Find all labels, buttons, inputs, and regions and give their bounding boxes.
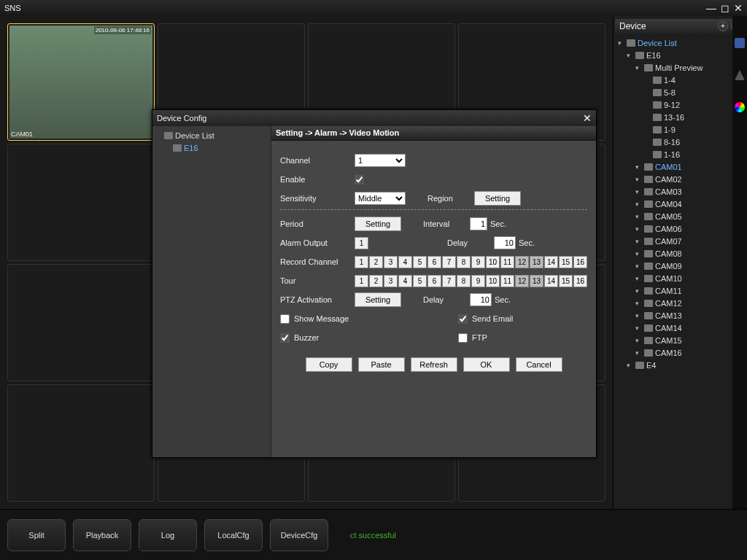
channel-toggle-1[interactable]: 1 [355, 256, 368, 268]
tree-cam[interactable]: ▾CAM11 [618, 284, 746, 297]
copy-button[interactable]: Copy [306, 357, 352, 372]
video-cell[interactable] [7, 264, 155, 381]
maximize-icon[interactable]: ◻ [721, 2, 729, 14]
dialog-close-icon[interactable]: ✕ [583, 112, 592, 124]
buzzer-checkbox[interactable] [280, 333, 290, 343]
paste-button[interactable]: Paste [358, 357, 405, 372]
region-setting-button[interactable]: Setting [474, 191, 521, 206]
node-icon [635, 52, 644, 59]
tree-cam[interactable]: ▾CAM01 [618, 160, 746, 173]
tree-range[interactable]: 1-16 [618, 148, 746, 160]
minimize-icon[interactable]: — [706, 2, 716, 14]
channel-toggle-10[interactable]: 10 [486, 256, 500, 268]
interval-input[interactable] [470, 217, 487, 230]
tree-cam[interactable]: ▾CAM10 [618, 272, 746, 284]
tree-cam[interactable]: ▾CAM08 [618, 247, 746, 260]
alarm-output-1[interactable]: 1 [355, 237, 368, 249]
close-icon[interactable]: ✕ [734, 2, 743, 14]
device-add-icon[interactable]: + [718, 21, 728, 31]
channel-toggle-12[interactable]: 12 [515, 256, 529, 268]
joystick-icon[interactable] [735, 70, 745, 80]
ftp-checkbox[interactable] [458, 333, 468, 343]
channel-toggle-3[interactable]: 3 [384, 256, 398, 268]
channel-toggle-2[interactable]: 2 [369, 275, 383, 287]
channel-toggle-11[interactable]: 11 [500, 256, 514, 268]
grid-icon[interactable] [735, 38, 745, 48]
period-setting-button[interactable]: Setting [355, 217, 401, 231]
tree-cam[interactable]: ▾CAM15 [618, 334, 746, 346]
channel-toggle-12[interactable]: 12 [515, 275, 529, 287]
tree-cam[interactable]: ▾CAM07 [618, 235, 746, 247]
channel-toggle-1[interactable]: 1 [355, 275, 368, 287]
tree-cam[interactable]: ▾CAM03 [618, 185, 746, 198]
tree-cam[interactable]: ▾CAM04 [618, 198, 746, 210]
playback-button[interactable]: Playback [73, 519, 131, 551]
tree-cam[interactable]: ▾CAM16 [618, 346, 746, 359]
channel-toggle-9[interactable]: 9 [471, 275, 485, 287]
tree-cam[interactable]: ▾CAM13 [618, 309, 746, 322]
localcfg-button[interactable]: LocalCfg [204, 519, 263, 551]
tree-cam[interactable]: ▾CAM12 [618, 297, 746, 309]
channel-toggle-5[interactable]: 5 [413, 275, 427, 287]
tree-multi-preview[interactable]: ▾Multi Preview [618, 61, 746, 74]
refresh-button[interactable]: Refresh [411, 357, 457, 372]
enable-checkbox[interactable] [355, 175, 364, 184]
channel-toggle-14[interactable]: 14 [544, 256, 558, 268]
channel-toggle-13[interactable]: 13 [530, 256, 543, 268]
ok-button[interactable]: OK [463, 357, 510, 372]
channel-toggle-13[interactable]: 13 [530, 275, 543, 287]
split-button[interactable]: Split [7, 519, 66, 551]
video-cell-1[interactable]: CAM01 2010-09-06 17:48:16 [7, 23, 155, 141]
dialog-tree-root[interactable]: Device List [155, 129, 268, 141]
channel-toggle-3[interactable]: 3 [384, 275, 398, 287]
channel-toggle-4[interactable]: 4 [398, 275, 412, 287]
tree-cam[interactable]: ▾CAM06 [618, 222, 746, 235]
channel-toggle-8[interactable]: 8 [457, 275, 471, 287]
channel-toggle-15[interactable]: 15 [559, 256, 573, 268]
channel-toggle-15[interactable]: 15 [559, 275, 573, 287]
video-cell[interactable] [7, 144, 155, 261]
tree-range[interactable]: 13-16 [618, 111, 746, 123]
channel-toggle-9[interactable]: 9 [471, 256, 485, 268]
tree-range[interactable]: 1-9 [618, 123, 746, 136]
devicecfg-button[interactable]: DeviceCfg [270, 519, 328, 551]
label-tour: Tour [280, 276, 355, 285]
delay2-input[interactable] [470, 293, 492, 306]
tree-range[interactable]: 8-16 [618, 136, 746, 148]
channel-toggle-11[interactable]: 11 [500, 275, 514, 287]
channel-toggle-2[interactable]: 2 [369, 256, 383, 268]
tree-device[interactable]: ▾E16 [618, 49, 746, 61]
tree-cam[interactable]: ▾CAM09 [618, 260, 746, 272]
video-cell[interactable] [7, 384, 155, 502]
log-button[interactable]: Log [139, 519, 197, 551]
channel-toggle-7[interactable]: 7 [442, 275, 456, 287]
tree-cam[interactable]: ▾CAM14 [618, 322, 746, 334]
channel-toggle-8[interactable]: 8 [457, 256, 471, 268]
channel-toggle-10[interactable]: 10 [486, 275, 500, 287]
palette-icon[interactable] [735, 102, 745, 112]
channel-toggle-16[interactable]: 16 [573, 275, 587, 287]
channel-toggle-6[interactable]: 6 [427, 275, 441, 287]
send-email-checkbox[interactable] [458, 314, 468, 324]
ptz-setting-button[interactable]: Setting [355, 292, 401, 307]
tree-root[interactable]: ▾Device List [618, 36, 746, 49]
channel-toggle-16[interactable]: 16 [573, 256, 587, 268]
cancel-button[interactable]: Cancel [516, 357, 562, 372]
tree-cam[interactable]: ▾CAM02 [618, 173, 746, 185]
show-message-checkbox[interactable] [280, 314, 290, 324]
tree-range[interactable]: 5-8 [618, 86, 746, 98]
sensitivity-select[interactable]: Middle [355, 192, 406, 205]
channel-toggle-14[interactable]: 14 [544, 275, 558, 287]
tree-range[interactable]: 9-12 [618, 98, 746, 111]
delay1-input[interactable] [494, 236, 516, 249]
channel-toggle-7[interactable]: 7 [442, 256, 456, 268]
dialog-tree-device[interactable]: E16 [155, 141, 268, 154]
dialog-titlebar[interactable]: Device Config ✕ [152, 110, 596, 126]
channel-toggle-4[interactable]: 4 [398, 256, 412, 268]
tree-device[interactable]: ▾E4 [618, 359, 746, 371]
channel-toggle-6[interactable]: 6 [427, 256, 441, 268]
tree-range[interactable]: 1-4 [618, 74, 746, 86]
channel-toggle-5[interactable]: 5 [413, 256, 427, 268]
tree-cam[interactable]: ▾CAM05 [618, 210, 746, 222]
channel-select[interactable]: 1 [355, 154, 406, 167]
